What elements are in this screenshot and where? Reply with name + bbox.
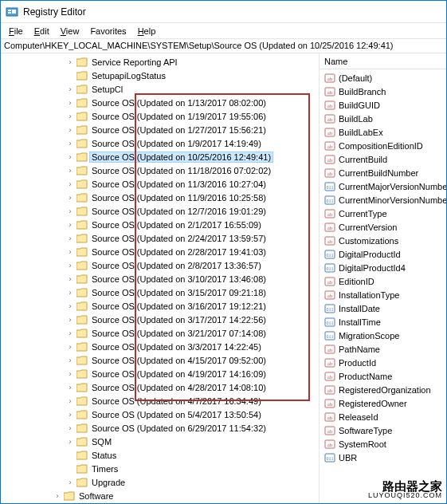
tree-item[interactable]: ›Source OS (Updated on 1/13/2017 08:02:0… [1,96,319,109]
expand-toggle[interactable]: › [65,85,76,93]
expand-toggle[interactable]: › [65,384,76,392]
expand-toggle[interactable]: › [65,370,76,378]
tree-item[interactable]: ›Source OS (Updated on 4/15/2017 09:52:0… [1,353,319,367]
value-item[interactable]: abCurrentType [320,207,446,220]
expand-toggle[interactable]: › [65,411,76,419]
value-item[interactable]: abCustomizations [320,234,446,247]
tree-item[interactable]: ›WPA [1,502,319,503]
tree-item[interactable]: Timers [1,462,319,475]
tree-item[interactable]: ›Service Reporting API [1,55,319,69]
value-item[interactable]: abCurrentBuildNumber [320,166,446,179]
value-item[interactable]: abInstallationType [320,288,446,301]
address-bar[interactable]: Computer\HKEY_LOCAL_MACHINE\SYSTEM\Setup… [1,39,446,53]
tree-item[interactable]: ›Source OS (Updated on 2/1/2017 16:55:09… [1,218,319,231]
value-item[interactable]: abProductName [320,369,446,383]
value-item[interactable]: abProductId [320,356,446,369]
tree-item[interactable]: ›Source OS (Updated on 10/25/2016 12:49:… [1,150,319,163]
tree-item[interactable]: ›Source OS (Updated on 11/3/2016 10:27:0… [1,177,319,191]
value-item[interactable]: abSystemRoot [320,437,446,451]
expand-toggle[interactable]: › [65,329,76,337]
tree-item[interactable]: ›Source OS (Updated on 3/21/2017 07:14:0… [1,326,319,340]
tree-item[interactable]: SetupapiLogStatus [1,69,319,82]
expand-toggle[interactable]: › [65,343,76,351]
menu-edit[interactable]: Edit [29,25,54,37]
tree-item[interactable]: ›Source OS (Updated on 1/9/2017 14:19:49… [1,136,319,150]
value-item[interactable]: abBuildLab [320,112,446,125]
value-item[interactable]: abBuildBranch [320,85,446,98]
tree-item[interactable]: ›Source OS (Updated on 3/16/2017 19:12:2… [1,299,319,313]
value-pane[interactable]: Name ab(Default)abBuildBranchabBuildGUID… [320,53,446,503]
expand-toggle[interactable]: › [65,356,76,364]
value-item[interactable]: 011DigitalProductId [320,247,446,261]
value-item[interactable]: abRegisteredOwner [320,396,446,410]
tree-item[interactable]: ›Source OS (Updated on 3/17/2017 14:22:5… [1,313,319,326]
tree-item[interactable]: ›Source OS (Updated on 2/8/2017 13:36:57… [1,258,319,272]
expand-toggle[interactable]: › [65,112,76,120]
value-item[interactable]: 011CurrentMinorVersionNumber [320,193,446,207]
menu-favorites[interactable]: Favorites [85,25,131,37]
tree-pane[interactable]: ›Service Reporting APISetupapiLogStatus›… [1,53,320,503]
expand-toggle[interactable]: › [65,478,76,486]
value-item[interactable]: abReleaseId [320,410,446,423]
expand-toggle[interactable]: › [65,424,76,432]
value-item[interactable]: abPathName [320,342,446,356]
tree-item[interactable]: ›SQM [1,435,319,448]
value-item[interactable]: 011InstallTime [320,315,446,329]
tree-item[interactable]: ›Source OS (Updated on 11/18/2016 07:02:… [1,163,319,177]
menu-help[interactable]: Help [133,25,161,37]
expand-toggle[interactable]: › [65,316,76,324]
expand-toggle[interactable]: › [65,153,76,161]
expand-toggle[interactable]: › [65,99,76,107]
value-item[interactable]: 011MigrationScope [320,329,446,342]
tree-item[interactable]: Status [1,448,319,462]
value-item[interactable]: 011UBR [320,451,446,464]
tree-item[interactable]: ›Source OS (Updated on 1/19/2017 19:55:0… [1,109,319,123]
value-item[interactable]: abCurrentBuild [320,152,446,166]
expand-toggle[interactable]: › [65,234,76,242]
expand-toggle[interactable]: › [65,262,76,270]
tree-item[interactable]: ›Source OS (Updated on 2/24/2017 13:59:5… [1,231,319,245]
tree-item[interactable]: ›Upgrade [1,475,319,489]
tree-item[interactable]: ›Source OS (Updated on 4/7/2017 16:34:49… [1,394,319,408]
menu-view[interactable]: View [56,25,84,37]
tree-item[interactable]: ›Source OS (Updated on 6/29/2017 11:54:3… [1,421,319,435]
menu-file[interactable]: File [4,25,28,37]
expand-toggle[interactable]: › [65,221,76,229]
value-item[interactable]: abCurrentVersion [320,220,446,234]
value-item[interactable]: 011CurrentMajorVersionNumber [320,179,446,193]
tree-item[interactable]: ›SetupCl [1,82,319,96]
tree-item[interactable]: ›Software [1,489,319,502]
tree-item[interactable]: ›Source OS (Updated on 12/7/2016 19:01:2… [1,204,319,218]
tree-item[interactable]: ›Source OS (Updated on 3/15/2017 09:21:1… [1,285,319,299]
expand-toggle[interactable]: › [65,397,76,405]
expand-toggle[interactable]: › [65,289,76,297]
tree-item[interactable]: ›Source OS (Updated on 3/3/2017 14:22:45… [1,340,319,353]
tree-item[interactable]: ›Source OS (Updated on 4/28/2017 14:08:1… [1,380,319,394]
tree-item[interactable]: ›Source OS (Updated on 11/9/2016 10:25:5… [1,191,319,204]
tree-item[interactable]: ›Source OS (Updated on 3/10/2017 13:46:0… [1,272,319,285]
expand-toggle[interactable]: › [65,275,76,283]
column-header-name[interactable]: Name [320,53,446,69]
value-item[interactable]: ab(Default) [320,71,446,85]
expand-toggle[interactable]: › [65,194,76,202]
expand-toggle[interactable]: › [65,302,76,310]
tree-item[interactable]: ›Source OS (Updated on 2/28/2017 19:41:0… [1,245,319,258]
expand-toggle[interactable]: › [65,180,76,188]
expand-toggle[interactable]: › [65,167,76,175]
value-item[interactable]: abRegisteredOrganization [320,383,446,396]
tree-item[interactable]: ›Source OS (Updated on 1/27/2017 15:56:2… [1,123,319,136]
value-item[interactable]: abSoftwareType [320,423,446,437]
expand-toggle[interactable]: › [65,248,76,256]
expand-toggle[interactable]: › [65,58,76,66]
expand-toggle[interactable]: › [65,207,76,215]
tree-item[interactable]: ›Source OS (Updated on 4/19/2017 14:16:0… [1,367,319,380]
value-item[interactable]: abCompositionEditionID [320,139,446,152]
expand-toggle[interactable]: › [65,140,76,148]
expand-toggle[interactable]: › [52,492,63,500]
value-item[interactable]: 011InstallDate [320,301,446,315]
expand-toggle[interactable]: › [65,126,76,134]
value-item[interactable]: 011DigitalProductId4 [320,261,446,274]
value-item[interactable]: abBuildGUID [320,98,446,112]
tree-item[interactable]: ›Source OS (Updated on 5/4/2017 13:50:54… [1,408,319,421]
value-item[interactable]: abEditionID [320,274,446,288]
